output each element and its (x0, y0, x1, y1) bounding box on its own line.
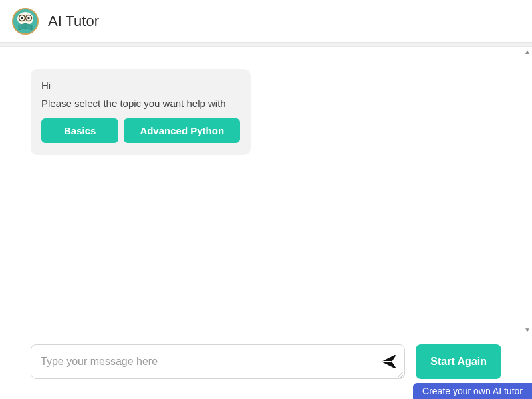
app-header: AI Tutor (0, 0, 532, 43)
vertical-scrollbar[interactable]: ▲ ▼ (523, 47, 532, 335)
app-title: AI Tutor (48, 13, 99, 30)
composer-row: Start Again (31, 344, 501, 379)
svg-point-5 (27, 17, 29, 19)
scroll-up-arrow-icon[interactable]: ▲ (523, 48, 532, 56)
send-icon[interactable] (380, 353, 398, 370)
topic-button-row: Basics Advanced Python (41, 118, 240, 143)
chat-scroll-area[interactable]: Hi Please select the topic you want help… (0, 47, 532, 335)
app-logo-icon (12, 8, 39, 35)
scroll-down-arrow-icon[interactable]: ▼ (523, 326, 532, 334)
start-again-button[interactable]: Start Again (416, 344, 501, 379)
message-input-container (31, 344, 405, 379)
svg-point-4 (21, 17, 23, 19)
create-tutor-link[interactable]: Create your own AI tutor (413, 383, 532, 399)
textarea-resize-handle-icon (396, 370, 403, 377)
message-greeting: Hi (41, 80, 240, 91)
message-prompt: Please select the topic you want help wi… (41, 98, 240, 109)
topic-basics-button[interactable]: Basics (41, 118, 118, 143)
assistant-message: Hi Please select the topic you want help… (31, 69, 251, 155)
message-input[interactable] (41, 348, 380, 375)
topic-advanced-python-button[interactable]: Advanced Python (124, 118, 240, 143)
